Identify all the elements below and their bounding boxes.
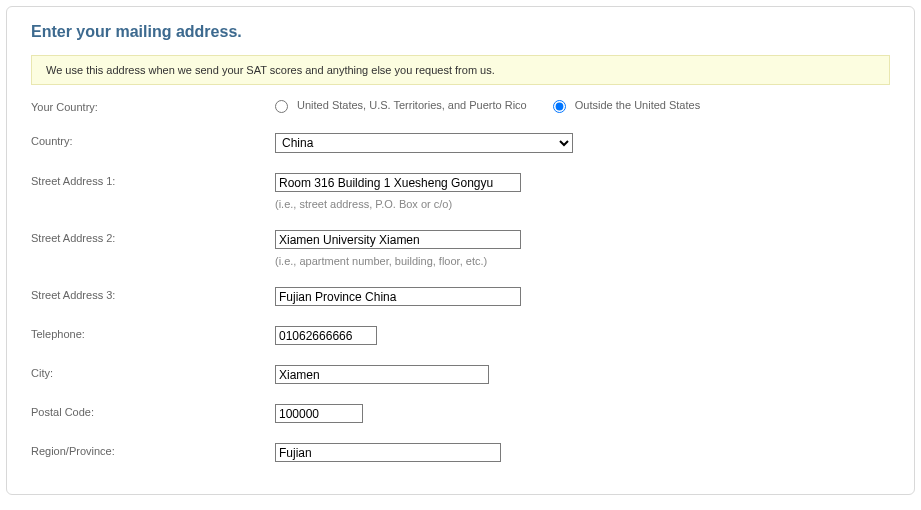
row-city: City: (31, 365, 890, 384)
radio-outside[interactable] (553, 100, 566, 113)
radio-outside-label: Outside the United States (575, 99, 700, 111)
label-region: Region/Province: (31, 443, 275, 457)
street3-input[interactable] (275, 287, 521, 306)
notice-banner: We use this address when we send your SA… (31, 55, 890, 85)
country-select[interactable]: China (275, 133, 573, 153)
label-street2: Street Address 2: (31, 230, 275, 244)
row-country: Country: China (31, 133, 890, 153)
label-telephone: Telephone: (31, 326, 275, 340)
region-input[interactable] (275, 443, 501, 462)
page-title: Enter your mailing address. (31, 23, 890, 41)
radio-option-outside[interactable]: Outside the United States (553, 99, 700, 113)
street1-hint: (i.e., street address, P.O. Box or c/o) (275, 198, 890, 210)
label-street3: Street Address 3: (31, 287, 275, 301)
street1-input[interactable] (275, 173, 521, 192)
city-input[interactable] (275, 365, 489, 384)
row-telephone: Telephone: (31, 326, 890, 345)
row-street3: Street Address 3: (31, 287, 890, 306)
row-postal: Postal Code: (31, 404, 890, 423)
your-country-radio-group: United States, U.S. Territories, and Pue… (275, 99, 890, 113)
label-postal: Postal Code: (31, 404, 275, 418)
radio-us-label: United States, U.S. Territories, and Pue… (297, 99, 527, 111)
label-country: Country: (31, 133, 275, 147)
radio-us[interactable] (275, 100, 288, 113)
radio-option-us[interactable]: United States, U.S. Territories, and Pue… (275, 99, 527, 113)
street2-input[interactable] (275, 230, 521, 249)
postal-input[interactable] (275, 404, 363, 423)
row-region: Region/Province: (31, 443, 890, 462)
telephone-input[interactable] (275, 326, 377, 345)
label-your-country: Your Country: (31, 99, 275, 113)
label-street1: Street Address 1: (31, 173, 275, 187)
row-street1: Street Address 1: (i.e., street address,… (31, 173, 890, 210)
mailing-address-panel: Enter your mailing address. We use this … (6, 6, 915, 495)
row-street2: Street Address 2: (i.e., apartment numbe… (31, 230, 890, 267)
street2-hint: (i.e., apartment number, building, floor… (275, 255, 890, 267)
label-city: City: (31, 365, 275, 379)
row-your-country: Your Country: United States, U.S. Territ… (31, 99, 890, 113)
